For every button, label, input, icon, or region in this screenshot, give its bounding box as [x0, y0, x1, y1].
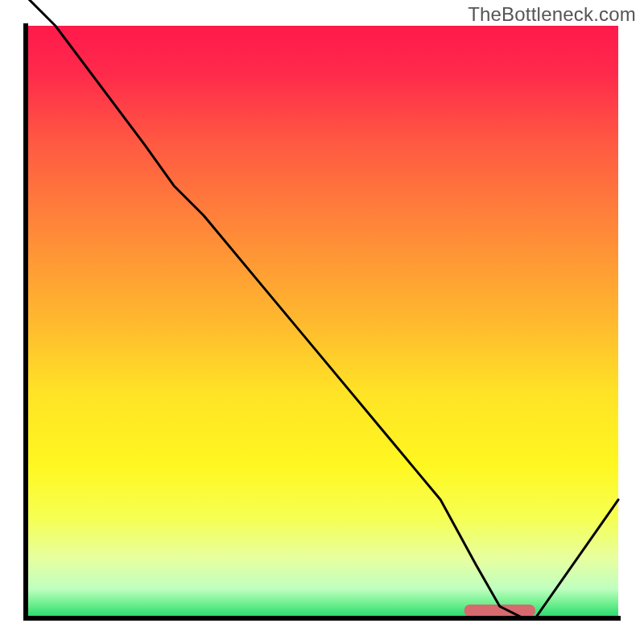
bottleneck-chart: [0, 0, 644, 644]
plot-background: [26, 26, 618, 618]
